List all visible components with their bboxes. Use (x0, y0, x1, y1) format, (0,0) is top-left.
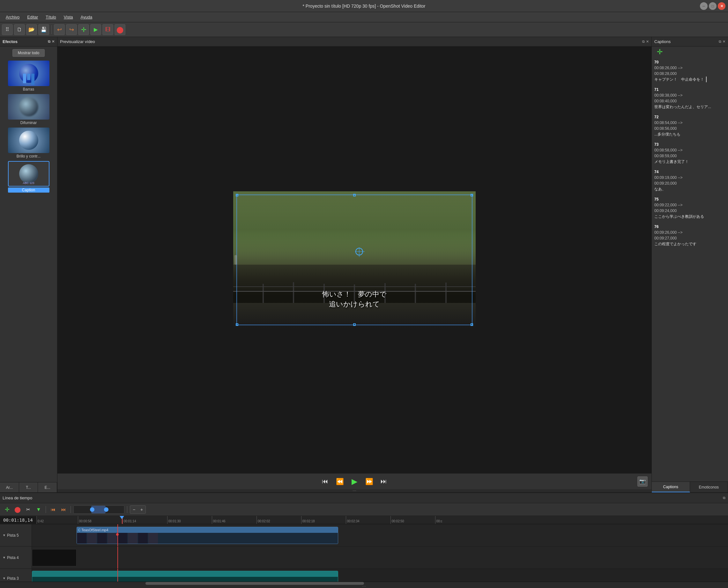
caption-text-76[interactable]: この程度でよかったです (654, 241, 725, 247)
timeline-skip-back-button[interactable]: ⏮ (48, 505, 57, 514)
effect-barras[interactable]: Barras (8, 61, 49, 93)
menu-editar[interactable]: Editar (24, 14, 41, 21)
menu-vista[interactable]: Vista (61, 14, 76, 21)
preview-drag-handle[interactable]: ⋯ (57, 489, 651, 492)
toolbar-preview[interactable]: ▶ (90, 24, 101, 35)
toolbar-export[interactable]: 🎞 (102, 24, 113, 35)
effect-brillo-label: Brillo y contr... (8, 154, 49, 159)
timecode-ruler: 0:42 00:00:58 00:01:14 00:01:30 00:01:46… (36, 516, 728, 524)
maximize-button[interactable]: □ (709, 2, 716, 10)
caption-entry-70: 70 00:08:26,000 --> 00:08:28,000 キャプテン！ … (654, 59, 725, 82)
timeline-scroll-bar-bottom[interactable] (0, 582, 728, 585)
menu-titulo[interactable]: Título (42, 14, 59, 21)
ruler-tick-0: 0:42 (36, 516, 44, 524)
skip-back-button[interactable]: ⏮ (319, 476, 331, 487)
timeline-body: 00:01:18,14 0:42 00:00:58 00:01:14 00:01… (0, 516, 728, 582)
effect-caption[interactable]: ABC 123 Caption (8, 161, 49, 194)
add-caption-button[interactable]: ✛ (654, 46, 665, 57)
timeline-drag-handle[interactable]: ⋯ (0, 585, 728, 588)
film-frame-1 (77, 533, 86, 544)
toolbar-redo[interactable]: ↪ (66, 24, 77, 35)
effect-brillo[interactable]: Brillo y contr... (8, 128, 49, 160)
track-toggle-5[interactable]: ▼ (3, 533, 6, 537)
effect-difuminar[interactable]: Difuminar (8, 94, 49, 126)
play-button[interactable]: ▶ (349, 476, 360, 487)
timeline-skip-fwd-button[interactable]: ⏭ (59, 505, 68, 514)
caption-text-70[interactable]: キャプテン！ 中止命令を！ (654, 77, 725, 82)
playhead-marker[interactable] (120, 516, 124, 519)
zoom-plus-button[interactable]: + (138, 506, 145, 513)
caption-time-start-74: 00:09:19,000 --> (654, 175, 725, 181)
preview-pin-icon[interactable]: ⧉ (642, 40, 645, 44)
caption-time-end-75: 00:09:24,000 (654, 208, 725, 214)
menu-ayuda[interactable]: Ayuda (78, 14, 96, 21)
timeline-sep-1 (46, 506, 46, 513)
effects-tabs: Ar... T... E... (0, 482, 57, 492)
screenshot-button[interactable]: 📷 (638, 476, 648, 487)
timeline-scroll-handle[interactable] (145, 582, 364, 585)
effect-barras-thumb (8, 61, 49, 86)
toolbar-open[interactable]: 📂 (26, 24, 37, 35)
timeline-cut-button[interactable]: ✂ (24, 505, 33, 514)
effects-header: Efectos ⧉ ✕ (0, 37, 57, 46)
caption-entry-74: 74 00:09:19,000 --> 00:09:20,000 なあ、 (654, 169, 725, 192)
ruler-tick-6: 00:02:18 (301, 516, 315, 524)
caption-time-start-73: 00:08:58,000 --> (654, 147, 725, 153)
track-toggle-3[interactable]: ▼ (3, 576, 6, 580)
skip-end-button[interactable]: ⏭ (378, 476, 389, 487)
timeline-add-button[interactable]: ✛ (3, 505, 12, 514)
captions-close-icon[interactable]: ✕ (723, 40, 725, 44)
toolbar-grip[interactable]: ⠿ (2, 24, 13, 35)
caption-time-end-71: 00:08:40,000 (654, 98, 725, 104)
toolbar-undo[interactable]: ↩ (54, 24, 65, 35)
timecode-bar: 00:01:18,14 0:42 00:00:58 00:01:14 00:01… (0, 516, 728, 524)
timeline-scroll-bar[interactable] (73, 505, 124, 514)
clip-black-4[interactable] (32, 549, 77, 566)
menu-archivo[interactable]: Archivo (3, 14, 23, 21)
track-toggle-4[interactable]: ▼ (3, 556, 6, 559)
tab-tr[interactable]: T... (19, 482, 38, 492)
captions-tab-emoticonos[interactable]: Emoticonos (690, 482, 728, 492)
caption-text-74[interactable]: なあ、 (654, 186, 725, 192)
caption-text-75[interactable]: ここから学ぶべき教訓がある (654, 214, 725, 219)
timeline-expand-icon[interactable]: ⧉ (723, 496, 725, 500)
title-bar: * Proyecto sin título [HD 720p 30 fps] -… (0, 0, 728, 12)
caption-entry-72: 72 00:08:54,000 --> 00:08:56,000 ...多分僕た… (654, 114, 725, 137)
timeline-down-arrow-button[interactable]: ▼ (34, 505, 43, 514)
caption-time-start-76: 00:09:26,000 --> (654, 230, 725, 235)
caption-text-72[interactable]: ...多分僕たちも (654, 131, 725, 137)
timeline-dot-left[interactable] (90, 507, 95, 512)
toolbar-record[interactable]: ⬤ (115, 24, 125, 35)
caption-time-start-72: 00:08:54,000 --> (654, 120, 725, 126)
scene-sky (233, 191, 476, 280)
clip-teal-3[interactable] (32, 571, 338, 582)
clip-tearsofstel[interactable]: C TeasOfSteel.mp4 (77, 527, 338, 544)
timeline-dot-right[interactable] (104, 507, 108, 512)
effects-pin-icon[interactable]: ⧉ (48, 40, 50, 44)
left-resize-handle[interactable] (235, 255, 237, 265)
captions-tab-captions[interactable]: Captions (652, 482, 690, 492)
tab-ar[interactable]: Ar... (0, 482, 19, 492)
film-frame-7 (138, 533, 148, 544)
toolbar-save[interactable]: 💾 (38, 24, 49, 35)
show-all-button[interactable]: Mostrar todo (13, 49, 45, 57)
effects-close-icon[interactable]: ✕ (52, 40, 55, 44)
ruler-tick-3: 00:01:30 (167, 516, 181, 524)
toolbar-add[interactable]: ✛ (78, 24, 89, 35)
toolbar-new[interactable]: 🗋 (14, 24, 25, 35)
preview-close-icon[interactable]: ✕ (646, 40, 649, 44)
zoom-minus-button[interactable]: − (130, 506, 138, 513)
track-name-4: Pista 4 (7, 555, 19, 560)
minimize-button[interactable]: ─ (700, 2, 708, 10)
tab-ef[interactable]: E... (38, 482, 57, 492)
caption-time-end-70: 00:08:28,000 (654, 71, 725, 77)
fast-forward-button[interactable]: ⏩ (363, 476, 375, 487)
caption-text-71[interactable]: 世界は変わったんだよ、セリア... (654, 104, 725, 110)
rewind-button[interactable]: ⏪ (334, 476, 345, 487)
close-button[interactable]: ✕ (718, 2, 725, 10)
captions-pin-icon[interactable]: ⧉ (719, 40, 721, 44)
caption-text-73[interactable]: メモリ上書き完了！ (654, 159, 725, 165)
timeline-toolbar: ✛ ⬤ ✂ ▼ ⏮ ⏭ − + (0, 503, 728, 516)
captions-list: 70 00:08:26,000 --> 00:08:28,000 キャプテン！ … (652, 57, 728, 482)
timeline-enable-button[interactable]: ⬤ (13, 505, 22, 514)
